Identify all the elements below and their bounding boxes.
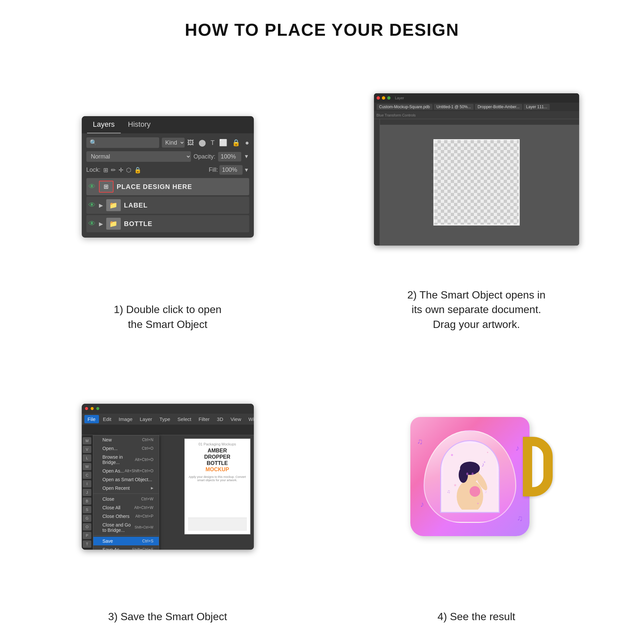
- menu-filter[interactable]: Filter: [195, 415, 213, 423]
- history-tab[interactable]: History: [122, 116, 157, 133]
- caption-3: 3) Save the Smart Object: [108, 609, 227, 624]
- mug-panel: ✦ ✦ ✦: [381, 397, 573, 556]
- close-dot: [377, 96, 380, 100]
- menu-close-others[interactable]: Close OthersAlt+Ctrl+P: [93, 512, 159, 521]
- layer-name-1: LABEL: [124, 202, 148, 209]
- menu-open-as[interactable]: Open As...Alt+Shift+Ctrl+O: [93, 467, 159, 475]
- lock-left: Lock: ⊞ ✏ ✛ ⬡ 🔒: [86, 166, 141, 174]
- tool-13[interactable]: T: [83, 540, 91, 548]
- menu-save-as[interactable]: Save As...Shift+Ctrl+S: [93, 545, 159, 550]
- tool-11[interactable]: O: [83, 523, 91, 530]
- tool-4[interactable]: W: [83, 463, 91, 470]
- layer-row-0[interactable]: 👁 ⊞ PLACE DESIGN HERE: [86, 178, 249, 195]
- lock-transform-icon: ⬡: [126, 166, 131, 174]
- blend-mode-select[interactable]: Normal: [86, 151, 191, 162]
- layers-tab[interactable]: Layers: [87, 116, 121, 133]
- preview-title: AMBER DROPPER BOTTLE MOCKUP: [204, 447, 230, 473]
- ps-body: 🔍 Kind 🖼 ⬤ T ⬜ 🔒 ●: [82, 133, 254, 238]
- layer-name-2: BOTTLE: [124, 220, 153, 228]
- search-icon: 🔍: [90, 139, 97, 146]
- text-icon: T: [210, 139, 214, 147]
- svg-point-9: [472, 473, 474, 475]
- svg-text:♪: ♪: [482, 461, 484, 468]
- toolbar-strip: Blue Transform Controls: [374, 111, 579, 119]
- ps-icon-row: 🖼 ⬤ T ⬜ 🔒 ●: [187, 139, 249, 147]
- fill-right: Fill: ▼: [209, 165, 249, 175]
- tool-5[interactable]: C: [83, 472, 91, 479]
- min-btn: [91, 407, 94, 410]
- layer-row-1[interactable]: 👁 ▶ 📁 LABEL: [86, 197, 249, 214]
- menu-type[interactable]: Type: [156, 415, 174, 423]
- layer-thumb-2: 📁: [106, 218, 121, 230]
- menu-file[interactable]: File: [84, 415, 99, 423]
- doc-tab-2[interactable]: Dropper-Bottle-Amber...: [475, 104, 522, 110]
- opacity-input[interactable]: [218, 152, 241, 161]
- menu-3d[interactable]: 3D: [213, 415, 226, 423]
- menu-image[interactable]: Image: [115, 415, 136, 423]
- menu-open-recent[interactable]: Open Recent▶: [93, 484, 159, 492]
- image-icon: 🖼: [187, 139, 194, 147]
- layer-thumb-0: ⊞: [99, 181, 114, 193]
- menu-close[interactable]: CloseCtrl+W: [93, 495, 159, 503]
- menu-open-smart[interactable]: Open as Smart Object...: [93, 475, 159, 484]
- svg-text:♪: ♪: [485, 489, 487, 494]
- layer-name-0: PLACE DESIGN HERE: [117, 183, 192, 191]
- mug-design-area: ✦ ✦ ✦: [424, 430, 516, 523]
- tool-1[interactable]: M: [83, 437, 91, 444]
- page: HOW TO PLACE YOUR DESIGN Layers History …: [0, 0, 644, 644]
- screenshot-area-2: Layer Custom-Mockup-Square.pdb Untitled-…: [335, 60, 618, 280]
- tool-2[interactable]: V: [83, 446, 91, 453]
- mug-handle: [523, 437, 556, 503]
- kind-dropdown[interactable]: Kind: [162, 138, 185, 148]
- menu-view[interactable]: View: [227, 415, 245, 423]
- tool-12[interactable]: P: [83, 532, 91, 539]
- doc-tab-1[interactable]: Untitled-1 @ 50%...: [434, 104, 474, 110]
- ps-left-tools: M V L W C I J B S G O P T: [82, 435, 93, 550]
- svg-text:✦: ✦: [486, 451, 489, 454]
- expand-arrow-2[interactable]: ▶: [99, 221, 103, 227]
- tool-8[interactable]: B: [83, 497, 91, 505]
- divider-1: [93, 493, 159, 494]
- tool-7[interactable]: J: [83, 489, 91, 496]
- eye-icon-1[interactable]: 👁: [88, 201, 96, 209]
- menu-close-all[interactable]: Close AllAlt+Ctrl+W: [93, 503, 159, 512]
- grid: Layers History 🔍 Kind: [26, 60, 618, 624]
- tool-10[interactable]: G: [83, 515, 91, 522]
- opacity-arrow: ▼: [244, 154, 249, 160]
- mug-container: ✦ ✦ ✦: [397, 410, 556, 543]
- menu-save[interactable]: SaveCtrl+S: [93, 537, 159, 545]
- screenshot-area-3: File Edit Image Layer Type Select Filter…: [26, 352, 309, 601]
- tool-9[interactable]: S: [83, 506, 91, 513]
- menu-new[interactable]: NewCtrl+N: [93, 436, 159, 444]
- ruler-vertical: [374, 119, 380, 246]
- eye-icon-0[interactable]: 👁: [88, 182, 96, 191]
- toolbar-text: Blue Transform Controls: [377, 113, 416, 117]
- music-note-1: ♫: [417, 437, 423, 446]
- arch-frame: ✦ ✦ ✦: [440, 440, 500, 513]
- fill-input[interactable]: [219, 165, 243, 175]
- tool-6[interactable]: I: [83, 480, 91, 487]
- cell-4: ✦ ✦ ✦: [335, 352, 618, 624]
- expand-arrow-1[interactable]: ▶: [99, 202, 103, 208]
- mug-handle-shape: [523, 437, 553, 496]
- ps-menubar: File Edit Image Layer Type Select Filter…: [82, 414, 254, 425]
- eye-icon-2[interactable]: 👁: [88, 219, 96, 228]
- menu-edit[interactable]: Edit: [100, 415, 115, 423]
- doc-tab-3[interactable]: Layer 111...: [524, 104, 550, 110]
- ps-search-box[interactable]: 🔍: [86, 137, 160, 148]
- menu-window[interactable]: Window: [245, 415, 254, 423]
- min-dot: [382, 96, 385, 100]
- ps-menu-topbar: [82, 404, 254, 414]
- menu-layer[interactable]: Layer: [136, 415, 156, 423]
- svg-point-8: [466, 473, 468, 475]
- svg-text:♫: ♫: [447, 489, 450, 494]
- tool-3[interactable]: L: [83, 454, 91, 462]
- dot-icon: ●: [245, 139, 249, 147]
- menu-close-bridge[interactable]: Close and Go to Bridge...Shift+Ctrl+W: [93, 521, 159, 534]
- doc-tab-0[interactable]: Custom-Mockup-Square.pdb: [377, 104, 433, 110]
- layer-row-2[interactable]: 👁 ▶ 📁 BOTTLE: [86, 215, 249, 232]
- menu-browse[interactable]: Browse in Bridge...Alt+Ctrl+O: [93, 453, 159, 467]
- caption-1: 1) Double click to openthe Smart Object: [114, 302, 222, 332]
- menu-select[interactable]: Select: [174, 415, 195, 423]
- menu-open[interactable]: Open...Ctrl+O: [93, 444, 159, 453]
